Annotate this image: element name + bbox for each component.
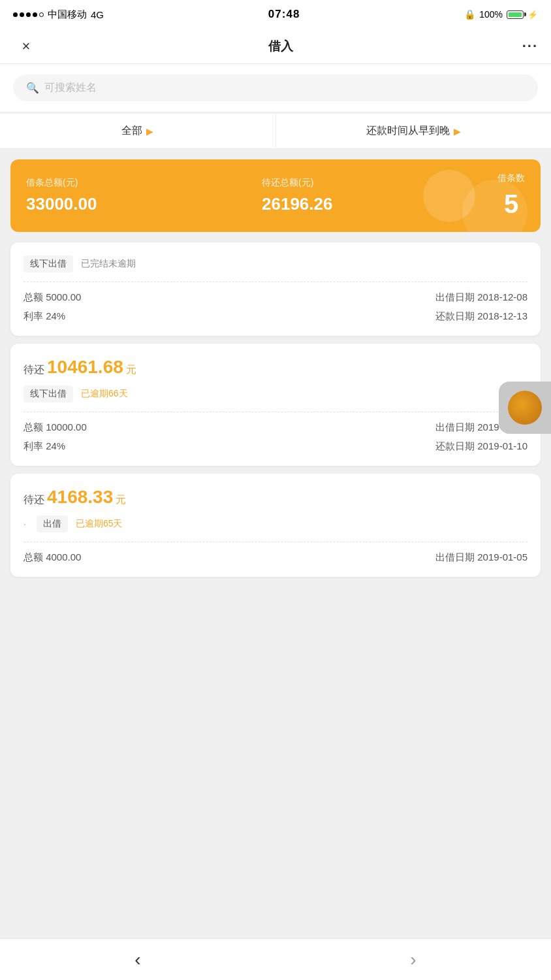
search-bar[interactable]: 🔍 可搜索姓名 [13, 74, 538, 101]
detail-rate-label-1: 利率 24% [24, 310, 65, 323]
pending-label-2: 待还 [24, 363, 44, 377]
summary-total: 借条总额(元) 33000.00 [26, 177, 97, 214]
card-status-1: 已完结未逾期 [81, 258, 136, 270]
loan-card-3[interactable]: 待还 4168.33 元 · 出借 已逾期65天 总额 4000.00 出借日期… [10, 474, 541, 577]
detail-total-label-1: 总额 5000.00 [24, 291, 81, 304]
card-status-2: 已逾期66天 [81, 388, 128, 400]
detail-repay-date-2: 还款日期 2019-01-10 [435, 440, 527, 453]
detail-total-label-3: 总额 4000.00 [24, 551, 81, 564]
detail-total-row-3: 总额 4000.00 出借日期 2019-01-05 [24, 551, 527, 564]
float-inner-circle [508, 391, 542, 425]
loan-card-1[interactable]: 线下出借 已完结未逾期 总额 5000.00 出借日期 2018-12-08 利… [10, 242, 541, 336]
signal-dots [13, 12, 44, 17]
card-tag-3: 出借 [37, 515, 68, 532]
summary-total-label: 借条总额(元) [26, 177, 78, 189]
summary-total-value: 33000.00 [26, 194, 97, 214]
filter-row: 全部 ▶ 还款时间从早到晚 ▶ [0, 113, 551, 149]
status-bar: 中国移动 4G 07:48 🔒 100% ⚡ [0, 0, 551, 29]
detail-rate-row-1: 利率 24% 还款日期 2018-12-13 [24, 310, 527, 323]
back-button[interactable]: ‹ [115, 943, 160, 977]
bottom-nav: ‹ › [0, 938, 551, 980]
forward-button[interactable]: › [390, 943, 435, 977]
carrier-label: 中国移动 [48, 8, 87, 21]
detail-rate-row-2: 利率 24% 还款日期 2019-01-10 [24, 440, 527, 453]
pending-amount-2: 10461.68 [47, 357, 123, 378]
pending-amount-3: 4168.33 [47, 487, 113, 508]
card-tag-1: 线下出借 [24, 255, 73, 272]
card-header-3: · 出借 已逾期65天 [24, 515, 527, 542]
cards-section: 线下出借 已完结未逾期 总额 5000.00 出借日期 2018-12-08 利… [0, 242, 551, 587]
dot-4 [33, 12, 37, 17]
search-section: 🔍 可搜索姓名 [0, 64, 551, 112]
detail-lend-date-1: 出借日期 2018-12-08 [435, 291, 527, 304]
detail-total-label-2: 总额 10000.00 [24, 421, 87, 434]
card-details-2: 总额 10000.00 出借日期 2019-01-05 利率 24% 还款日期 … [24, 421, 527, 453]
card-header-2: 线下出借 已逾期66天 [24, 385, 527, 412]
nav-bar: × 借入 ··· [0, 29, 551, 64]
card-tag-2: 线下出借 [24, 385, 73, 402]
pending-unit-3: 元 [116, 493, 126, 507]
filter-sort[interactable]: 还款时间从早到晚 ▶ [276, 114, 552, 148]
filter-all[interactable]: 全部 ▶ [0, 114, 276, 148]
lock-icon: 🔒 [464, 9, 475, 20]
dot-1 [13, 12, 18, 17]
battery-percent: 100% [479, 9, 503, 20]
summary-pending-value: 26196.26 [262, 194, 332, 214]
charging-icon: ⚡ [527, 10, 538, 20]
detail-total-row-2: 总额 10000.00 出借日期 2019-01-05 [24, 421, 527, 434]
summary-pending: 待还总额(元) 26196.26 [262, 177, 332, 214]
card-details-3: 总额 4000.00 出借日期 2019-01-05 [24, 551, 527, 564]
more-button[interactable]: ··· [522, 38, 538, 55]
page-title: 借入 [268, 38, 293, 55]
card-pending-row-3: 待还 4168.33 元 [24, 487, 527, 515]
pending-label-3: 待还 [24, 493, 44, 507]
filter-sort-arrow: ▶ [454, 126, 461, 137]
dot-5 [39, 12, 44, 17]
dot-3 [26, 12, 31, 17]
close-button[interactable]: × [13, 38, 39, 55]
float-widget[interactable] [499, 382, 551, 434]
battery-icon [507, 10, 524, 19]
card-status-3: 已逾期65天 [76, 518, 123, 530]
network-label: 4G [91, 9, 104, 20]
status-right: 🔒 100% ⚡ [464, 9, 538, 20]
card-pending-row-2: 待还 10461.68 元 [24, 357, 527, 385]
detail-lend-date-3: 出借日期 2019-01-05 [435, 551, 527, 564]
card-header-1: 线下出借 已完结未逾期 [24, 255, 527, 282]
detail-rate-label-2: 利率 24% [24, 440, 65, 453]
filter-all-arrow: ▶ [146, 126, 153, 137]
filter-all-label: 全部 [121, 124, 142, 138]
dot-2 [20, 12, 24, 17]
status-left: 中国移动 4G [13, 8, 104, 21]
card-details-1: 总额 5000.00 出借日期 2018-12-08 利率 24% 还款日期 2… [24, 291, 527, 323]
search-placeholder: 可搜索姓名 [44, 81, 97, 95]
filter-sort-label: 还款时间从早到晚 [366, 124, 450, 138]
loan-card-2[interactable]: 待还 10461.68 元 线下出借 已逾期66天 总额 10000.00 出借… [10, 344, 541, 466]
detail-total-row-1: 总额 5000.00 出借日期 2018-12-08 [24, 291, 527, 304]
summary-card: 借条总额(元) 33000.00 待还总额(元) 26196.26 借条数 5 [10, 159, 541, 232]
detail-repay-date-1: 还款日期 2018-12-13 [435, 310, 527, 323]
status-time: 07:48 [268, 8, 300, 21]
pending-unit-2: 元 [126, 363, 136, 377]
summary-pending-label: 待还总额(元) [262, 177, 313, 189]
card-dot-3: · [24, 519, 26, 529]
search-icon: 🔍 [26, 82, 39, 94]
